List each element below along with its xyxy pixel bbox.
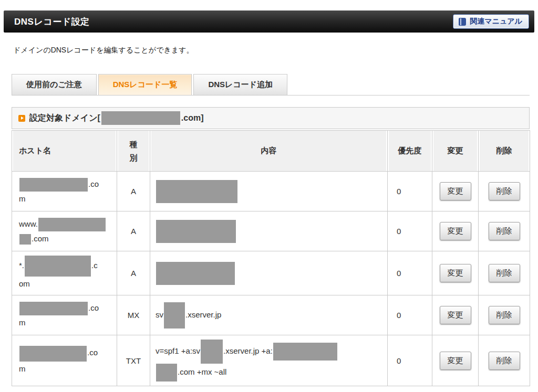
change-cell: 変更 (432, 211, 479, 251)
type-cell: MX (117, 295, 150, 335)
target-domain-bar: 設定対象ドメイン[ .com] (12, 107, 530, 129)
content-cell: v=spf1 +a:sv.xserver.jp +a:.com +mx ~all (150, 335, 388, 386)
table-row: *..com A 0 変更 削除 (12, 251, 530, 295)
dns-records-table: ホスト名 種別 内容 優先度 変更 削除 .com A 0 変更 削除 www.… (12, 130, 530, 386)
redacted-text (19, 346, 87, 362)
content-cell (150, 172, 388, 211)
records-tbody: .com A 0 変更 削除 www..com A 0 変更 削除 *..com… (12, 172, 530, 386)
content-cell (150, 251, 388, 295)
type-cell: A (117, 211, 150, 251)
change-button[interactable]: 変更 (440, 352, 471, 370)
col-header-content: 内容 (150, 131, 388, 172)
delete-button[interactable]: 削除 (489, 222, 520, 240)
col-header-priority: 優先度 (388, 131, 432, 172)
content-cell (150, 211, 388, 251)
orange-arrow-marker-icon (18, 115, 25, 122)
change-button[interactable]: 変更 (440, 182, 471, 200)
redacted-text (19, 178, 88, 192)
table-row: www..com A 0 変更 削除 (12, 211, 530, 251)
tab-dns-record-add[interactable]: DNSレコード追加 (193, 74, 287, 95)
table-row: .com TXT v=spf1 +a:sv.xserver.jp +a:.com… (12, 335, 530, 386)
redacted-text (273, 343, 337, 361)
redacted-text (19, 302, 88, 315)
change-cell: 変更 (432, 335, 479, 386)
priority-cell: 0 (388, 335, 432, 386)
dns-records-panel: 設定対象ドメイン[ .com] ホスト名 種別 内容 優先度 変更 削除 .co… (12, 107, 530, 386)
tab-usage-notes[interactable]: 使用前のご注意 (12, 74, 97, 95)
page-titlebar: DNSレコード設定 関連マニュアル (4, 10, 534, 33)
redacted-text (19, 234, 31, 245)
change-cell: 変更 (432, 295, 479, 335)
type-cell: A (117, 251, 150, 295)
delete-button[interactable]: 削除 (489, 264, 520, 282)
redacted-text (156, 364, 177, 382)
host-cell: *..com (12, 251, 117, 295)
priority-cell: 0 (388, 251, 432, 295)
redacted-text (156, 262, 235, 285)
table-header-row: ホスト名 種別 内容 優先度 変更 削除 (12, 131, 530, 172)
book-icon (459, 18, 466, 26)
related-manual-button[interactable]: 関連マニュアル (453, 14, 529, 29)
redacted-text (156, 220, 236, 243)
redacted-domain (101, 111, 180, 125)
target-domain-suffix: .com] (181, 113, 204, 123)
change-button[interactable]: 変更 (440, 222, 471, 240)
tab-dns-record-list[interactable]: DNSレコード一覧 (98, 74, 192, 95)
change-button[interactable]: 変更 (440, 264, 471, 282)
delete-cell: 削除 (479, 251, 530, 295)
host-cell: .com (12, 335, 117, 386)
col-header-change: 変更 (432, 131, 479, 172)
delete-cell: 削除 (479, 295, 530, 335)
host-cell: .com (12, 295, 117, 335)
delete-button[interactable]: 削除 (489, 182, 520, 200)
delete-cell: 削除 (479, 335, 530, 386)
col-header-type: 種別 (117, 131, 150, 172)
priority-cell: 0 (388, 172, 432, 211)
delete-cell: 削除 (479, 211, 530, 251)
table-row: .com A 0 変更 削除 (12, 172, 530, 211)
tab-bar: 使用前のご注意 DNSレコード一覧 DNSレコード追加 (12, 74, 530, 96)
redacted-text (38, 218, 106, 231)
delete-button[interactable]: 削除 (489, 352, 520, 370)
priority-cell: 0 (388, 295, 432, 335)
content-cell: sv.xserver.jp (150, 295, 388, 335)
redacted-text (164, 302, 185, 329)
delete-button[interactable]: 削除 (489, 306, 520, 324)
col-header-delete: 削除 (479, 131, 530, 172)
target-domain-prefix: 設定対象ドメイン[ (29, 113, 100, 124)
redacted-text (201, 340, 223, 364)
change-button[interactable]: 変更 (440, 306, 471, 324)
page-title: DNSレコード設定 (14, 16, 90, 28)
host-cell: www..com (12, 211, 117, 251)
change-cell: 変更 (432, 251, 479, 295)
type-cell: TXT (117, 335, 150, 386)
type-cell: A (117, 172, 150, 211)
related-manual-label: 関連マニュアル (470, 17, 522, 26)
col-header-hostname: ホスト名 (12, 131, 117, 172)
page-description: ドメインのDNSレコードを編集することができます。 (13, 46, 538, 55)
redacted-text (156, 180, 237, 203)
change-cell: 変更 (432, 172, 479, 211)
delete-cell: 削除 (479, 172, 530, 211)
host-cell: .com (12, 172, 117, 211)
redacted-text (25, 256, 91, 277)
table-row: .com MX sv.xserver.jp 0 変更 削除 (12, 295, 530, 335)
priority-cell: 0 (388, 211, 432, 251)
